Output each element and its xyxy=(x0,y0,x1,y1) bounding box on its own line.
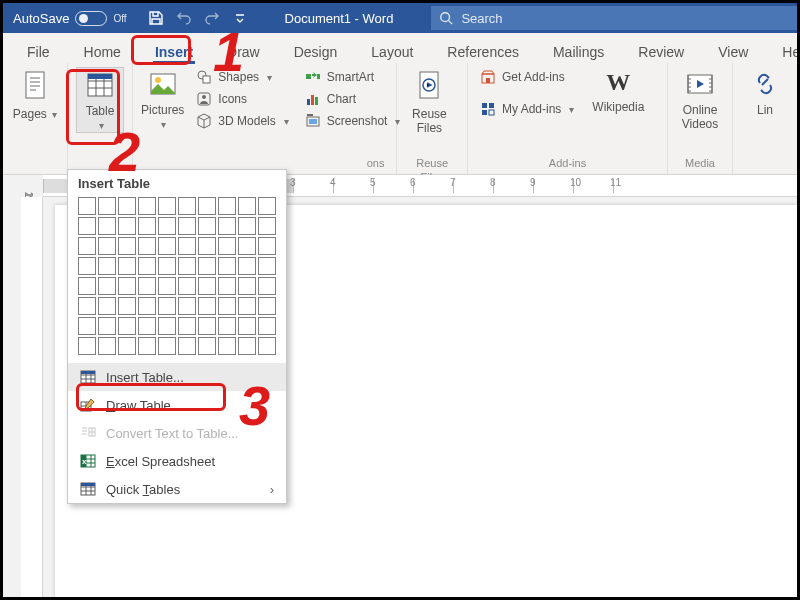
grid-cell[interactable] xyxy=(218,317,236,335)
grid-cell[interactable] xyxy=(98,337,116,355)
grid-cell[interactable] xyxy=(98,257,116,275)
grid-cell[interactable] xyxy=(138,257,156,275)
grid-cell[interactable] xyxy=(258,317,276,335)
pictures-button[interactable]: Pictures▾ xyxy=(141,67,184,131)
grid-cell[interactable] xyxy=(178,197,196,215)
vertical-ruler[interactable] xyxy=(21,197,43,597)
qat-customize-button[interactable] xyxy=(227,5,253,31)
grid-cell[interactable] xyxy=(98,277,116,295)
grid-cell[interactable] xyxy=(78,337,96,355)
tab-review[interactable]: Review xyxy=(622,40,700,63)
grid-cell[interactable] xyxy=(118,217,136,235)
grid-cell[interactable] xyxy=(198,197,216,215)
grid-cell[interactable] xyxy=(178,277,196,295)
grid-cell[interactable] xyxy=(218,217,236,235)
chart-button[interactable]: Chart xyxy=(301,89,405,109)
grid-cell[interactable] xyxy=(198,297,216,315)
shapes-button[interactable]: Shapes▾ xyxy=(192,67,292,87)
undo-button[interactable] xyxy=(171,5,197,31)
table-button[interactable]: Table▾ xyxy=(76,67,124,133)
tab-draw[interactable]: Draw xyxy=(211,40,276,63)
tab-references[interactable]: References xyxy=(431,40,535,63)
grid-cell[interactable] xyxy=(118,237,136,255)
reuse-files-button[interactable]: Reuse Files xyxy=(405,67,453,135)
search-input[interactable]: Search xyxy=(431,6,797,30)
menu-quick-tables[interactable]: Quick Tables › xyxy=(68,475,286,503)
grid-cell[interactable] xyxy=(258,197,276,215)
tab-mailings[interactable]: Mailings xyxy=(537,40,620,63)
grid-cell[interactable] xyxy=(138,237,156,255)
grid-cell[interactable] xyxy=(158,237,176,255)
grid-cell[interactable] xyxy=(198,217,216,235)
grid-cell[interactable] xyxy=(178,297,196,315)
grid-cell[interactable] xyxy=(118,277,136,295)
grid-cell[interactable] xyxy=(158,317,176,335)
grid-cell[interactable] xyxy=(238,277,256,295)
grid-cell[interactable] xyxy=(218,197,236,215)
grid-cell[interactable] xyxy=(178,317,196,335)
grid-cell[interactable] xyxy=(78,237,96,255)
grid-cell[interactable] xyxy=(158,297,176,315)
grid-cell[interactable] xyxy=(118,197,136,215)
grid-cell[interactable] xyxy=(78,317,96,335)
grid-cell[interactable] xyxy=(158,337,176,355)
grid-cell[interactable] xyxy=(178,337,196,355)
grid-cell[interactable] xyxy=(258,277,276,295)
grid-cell[interactable] xyxy=(238,237,256,255)
tab-help[interactable]: Help xyxy=(766,40,800,63)
grid-cell[interactable] xyxy=(78,277,96,295)
grid-cell[interactable] xyxy=(118,297,136,315)
menu-excel-spreadsheet[interactable]: x Excel Spreadsheet xyxy=(68,447,286,475)
grid-cell[interactable] xyxy=(138,197,156,215)
grid-cell[interactable] xyxy=(258,337,276,355)
smartart-button[interactable]: SmartArt xyxy=(301,67,405,87)
tab-layout[interactable]: Layout xyxy=(355,40,429,63)
screenshot-button[interactable]: Screenshot▾ xyxy=(301,111,405,131)
grid-cell[interactable] xyxy=(178,217,196,235)
grid-cell[interactable] xyxy=(258,217,276,235)
pages-button[interactable]: Pages ▾ xyxy=(11,67,59,121)
grid-cell[interactable] xyxy=(78,217,96,235)
grid-cell[interactable] xyxy=(158,197,176,215)
grid-cell[interactable] xyxy=(158,277,176,295)
grid-cell[interactable] xyxy=(98,317,116,335)
grid-cell[interactable] xyxy=(138,217,156,235)
my-addins-button[interactable]: My Add-ins▾ xyxy=(476,99,578,119)
grid-cell[interactable] xyxy=(78,197,96,215)
grid-cell[interactable] xyxy=(198,277,216,295)
grid-cell[interactable] xyxy=(238,317,256,335)
table-size-grid[interactable] xyxy=(78,197,276,355)
grid-cell[interactable] xyxy=(238,297,256,315)
grid-cell[interactable] xyxy=(198,257,216,275)
grid-cell[interactable] xyxy=(198,317,216,335)
tab-design[interactable]: Design xyxy=(278,40,354,63)
online-videos-button[interactable]: Online Videos xyxy=(676,67,724,131)
grid-cell[interactable] xyxy=(78,297,96,315)
tab-home[interactable]: Home xyxy=(68,40,137,63)
grid-cell[interactable] xyxy=(98,297,116,315)
icons-button[interactable]: Icons xyxy=(192,89,292,109)
links-button[interactable]: Lin xyxy=(741,67,789,117)
grid-cell[interactable] xyxy=(118,257,136,275)
grid-cell[interactable] xyxy=(198,237,216,255)
3d-models-button[interactable]: 3D Models▾ xyxy=(192,111,292,131)
grid-cell[interactable] xyxy=(98,237,116,255)
grid-cell[interactable] xyxy=(138,297,156,315)
grid-cell[interactable] xyxy=(218,277,236,295)
grid-cell[interactable] xyxy=(258,257,276,275)
grid-cell[interactable] xyxy=(158,257,176,275)
get-addins-button[interactable]: Get Add-ins xyxy=(476,67,578,87)
grid-cell[interactable] xyxy=(138,277,156,295)
grid-cell[interactable] xyxy=(98,197,116,215)
grid-cell[interactable] xyxy=(258,237,276,255)
grid-cell[interactable] xyxy=(258,297,276,315)
grid-cell[interactable] xyxy=(198,337,216,355)
tab-view[interactable]: View xyxy=(702,40,764,63)
grid-cell[interactable] xyxy=(78,257,96,275)
redo-button[interactable] xyxy=(199,5,225,31)
grid-cell[interactable] xyxy=(138,337,156,355)
grid-cell[interactable] xyxy=(238,257,256,275)
grid-cell[interactable] xyxy=(178,237,196,255)
grid-cell[interactable] xyxy=(98,217,116,235)
grid-cell[interactable] xyxy=(118,317,136,335)
